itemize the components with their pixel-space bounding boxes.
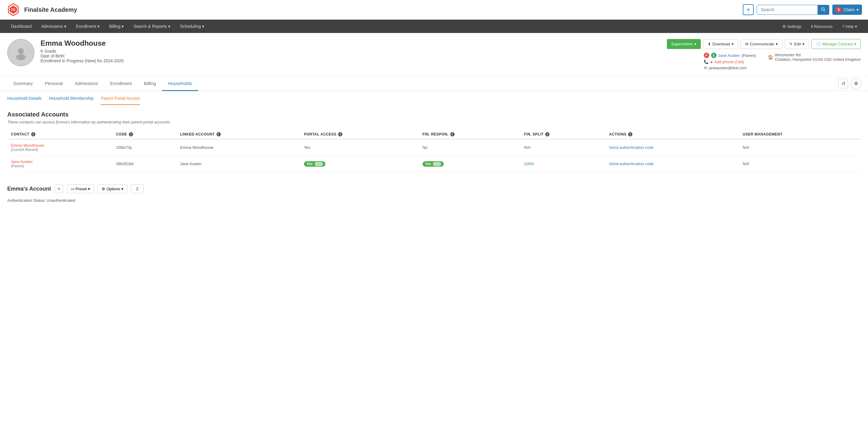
communicate-button[interactable]: ✉ Communicate ▾ [741,39,782,49]
manage-contract-button[interactable]: 📄 Manage Contract ▾ [811,39,861,49]
fin-split-info-icon[interactable]: i [545,132,550,136]
associated-accounts-section: Associated Accounts These contacts can a… [0,105,868,178]
cell-portal-emma: Yes [300,139,419,156]
jane-austen-link[interactable]: Jane Austen [11,159,33,164]
top-right: + 5 Claire ▾ [743,4,862,15]
profile-status: Enrollment In Progress (New) for 2024-20… [40,58,661,63]
communicate-chevron-icon: ▾ [776,42,778,46]
cell-code-jane: 3962816d [112,156,176,172]
contact-info-icon[interactable]: i [31,132,35,136]
nav-item-resources[interactable]: ℹ Resources [806,20,837,33]
profile-actions: SuperAdmin ▾ ⬇ Download ▾ ✉ Communicate … [667,39,861,70]
nav-item-search-reports[interactable]: Search & Reports ▾ [128,20,175,33]
contact-parent-link[interactable]: Jane Austen [718,53,740,58]
sub-tab-household-membership[interactable]: Household Membership [49,96,94,105]
fin-split-jane-link[interactable]: 100% [524,161,534,166]
close-button[interactable]: ✕ [55,185,63,193]
send-auth-emma-link[interactable]: Send authentication code [609,145,654,150]
portal-access-info-icon[interactable]: i [338,132,342,136]
admissions-chevron-icon: ▾ [64,24,66,29]
sub-tab-parent-portal-access[interactable]: Parent Portal Access [101,96,140,105]
nav-item-enrollment[interactable]: Enrollment ▾ [71,20,104,33]
super-admin-button[interactable]: SuperAdmin ▾ [667,39,701,49]
fin-respon-toggle-jane[interactable]: Yes [423,161,444,167]
tabs-left: Summary Personal Admissions Enrollment B… [7,76,198,90]
user-badge: 5 [836,7,842,13]
emmas-account-title: Emma's Account [7,186,51,192]
billing-chevron-icon: ▾ [122,24,124,29]
logo-area: FS Finalsite Academy [6,2,77,17]
portal-toggle-pill [314,162,323,166]
options-gear-icon: ⚙ [102,187,105,191]
parent-s-icon: $ [711,53,716,58]
cell-portal-jane: Yes [300,156,419,172]
auth-status: Authentication Status: Unauthenticated [7,198,861,203]
contact-parent-row: P $ Jane Austen (Parent) [704,53,756,58]
scheduling-chevron-icon: ▾ [202,24,204,29]
super-admin-chevron-icon: ▾ [694,42,696,46]
emmas-account-section: Emma's Account ✕ ▭ Preset ▾ ⚙ Options ▾ … [0,178,868,209]
search-box [757,5,829,15]
search-submit-button[interactable] [817,5,829,14]
tab-admissions[interactable]: Admissions [69,76,104,91]
user-menu-button[interactable]: 5 Claire ▾ [832,4,862,15]
actions-info-icon[interactable]: i [628,132,632,136]
cell-contact-emma: Emma Woodhouse (Current Record) [7,139,112,156]
search-input[interactable] [757,5,817,14]
contact-address-line2: Chawton, Hampshire GU34 1SD United Kingd… [775,57,861,62]
cell-fin-split-jane: 100% [521,156,606,172]
send-auth-jane-link[interactable]: Send authentication code [609,161,654,166]
profile-area: Emma Woodhouse K Grade Date of Birth: En… [0,33,868,76]
fin-respon-toggle-pill [433,162,441,166]
linked-account-info-icon[interactable]: i [217,132,221,136]
action-buttons: SuperAdmin ▾ ⬇ Download ▾ ✉ Communicate … [667,39,861,49]
svg-point-5 [18,48,24,54]
nav-item-dashboard[interactable]: Dashboard [6,20,37,33]
nav-item-scheduling[interactable]: Scheduling ▾ [175,20,209,33]
fin-respon-info-icon[interactable]: i [450,132,455,136]
cell-actions-jane: Send authentication code [606,156,739,172]
nav-item-help[interactable]: ? Help ▾ [837,20,862,33]
tab-billing[interactable]: Billing [138,76,162,91]
contact-address-row: 🏠 Winchester Rd Chawton, Hampshire GU34 … [768,53,861,62]
preset-button[interactable]: ▭ Preset ▾ [67,185,94,193]
options-button[interactable]: ⚙ Options ▾ [98,185,127,193]
auth-status-value: Unauthenticated [46,198,75,203]
nav-item-settings[interactable]: ⚙ Settings [778,20,806,33]
nav-item-admissions[interactable]: Admissions ▾ [37,20,71,33]
tab-summary[interactable]: Summary [7,76,39,91]
options-chevron-icon: ▾ [121,187,123,191]
download-icon: ⬇ [708,42,711,46]
sub-tab-household-details[interactable]: Household Details [7,96,42,105]
associated-accounts-desc: These contacts can access Emma's informa… [7,120,861,124]
tab-enrollment[interactable]: Enrollment [104,76,138,91]
nav-item-billing[interactable]: Billing ▾ [104,20,128,33]
tabs-bar: Summary Personal Admissions Enrollment B… [0,76,868,91]
email-icon: ✉ [704,66,707,70]
profile-grade: K Grade [40,49,661,54]
add-button[interactable]: + [743,4,754,15]
col-header-fin-split: FIN. SPLIT i [521,130,606,139]
download-button[interactable]: ⬇ Download ▾ [703,39,738,49]
table-row: Jane Austen (Parent) 3962816d Jane Auste… [7,156,861,172]
cell-linked-emma: Emma Woodhouse [176,139,300,156]
col-header-user-management: USER MANAGEMENT [739,130,861,139]
svg-point-6 [16,54,26,60]
contact-phone-row: 📞 ● Add phone (Cell) [704,60,756,64]
download-chevron-icon: ▾ [732,42,734,46]
cell-code-emma: 15fdc73y [112,139,176,156]
code-info-icon[interactable]: i [129,132,133,136]
resources-icon: ℹ [811,24,813,29]
app-title: Finalsite Academy [24,6,77,13]
portal-access-toggle-jane[interactable]: Yes [304,161,326,167]
cell-linked-jane: Jane Austen [176,156,300,172]
home-icon: 🏠 [768,55,773,60]
add-phone-link[interactable]: Add phone (Cell) [714,60,744,64]
emma-woodhouse-link[interactable]: Emma Woodhouse [11,143,44,148]
display-button[interactable]: 🖥 [851,78,861,88]
history-button[interactable]: ↺ [838,78,848,88]
cell-fin-respon-jane: Yes [419,156,521,172]
tab-personal[interactable]: Personal [39,76,69,91]
tab-households[interactable]: Households [162,76,198,91]
edit-button[interactable]: ✎ Edit ▾ [785,39,809,49]
